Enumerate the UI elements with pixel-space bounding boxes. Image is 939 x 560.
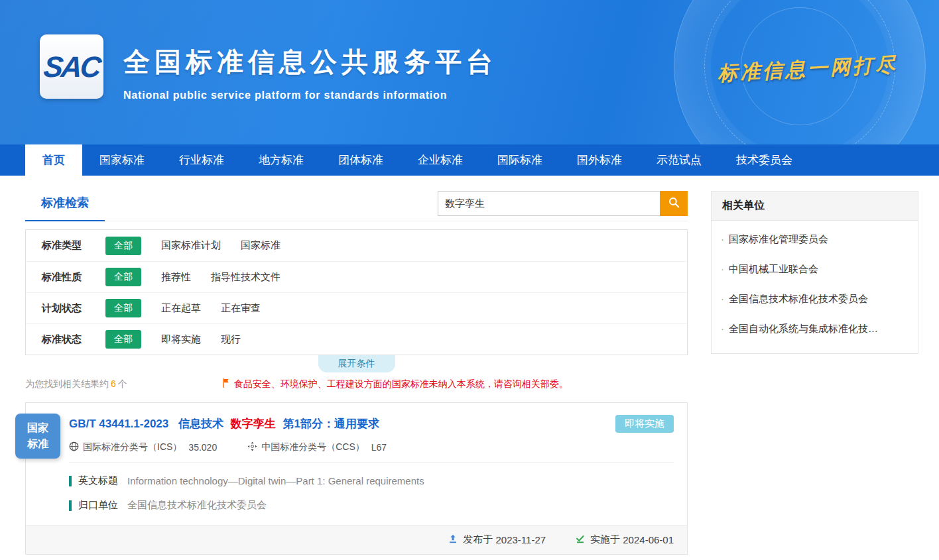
ccs-value: L67 <box>371 442 387 453</box>
dept-value: 全国信息技术标准化技术委员会 <box>127 499 267 512</box>
search-input[interactable] <box>438 191 660 216</box>
filter-label: 标准状态 <box>42 333 105 346</box>
bullet-icon: · <box>721 233 724 245</box>
standard-code: GB/T 43441.1-2023 <box>69 418 168 430</box>
filter-row-plan-status: 计划状态 全部 正在起草 正在审查 <box>26 292 687 323</box>
filter-option[interactable]: 即将实施 <box>161 333 201 346</box>
related-unit-label: 全国自动化系统与集成标准化技… <box>729 323 878 334</box>
nav-item-local-standards[interactable]: 地方标准 <box>241 144 321 176</box>
related-unit-item[interactable]: ·全国自动化系统与集成标准化技… <box>721 314 908 344</box>
site-title-block: 全国标准信息公共服务平台 National public service pla… <box>123 44 497 101</box>
dept-row: 归口单位 全国信息技术标准化技术委员会 <box>69 499 674 512</box>
standard-result-card: 国家标准 即将实施 GB/T 43441.1-2023 信息技术 数字孪生 第1… <box>25 402 688 555</box>
filter-option[interactable]: 指导性技术文件 <box>211 271 281 284</box>
nav-item-industry-standards[interactable]: 行业标准 <box>162 144 241 176</box>
search-button[interactable] <box>660 191 688 216</box>
main-column: 标准检索 标准类型 全部 国家标准计划 国家标准 标准性质 全部 <box>25 191 688 555</box>
ccs-label: 中国标准分类号（CCS） <box>261 441 365 453</box>
filter-all-button[interactable]: 全部 <box>105 237 141 255</box>
nav-item-pilot[interactable]: 示范试点 <box>639 144 719 176</box>
publish-icon <box>448 533 463 546</box>
card-body: GB/T 43441.1-2023 信息技术 数字孪生 第1部分：通用要求 国际… <box>26 403 687 525</box>
publish-label: 发布于 <box>463 533 493 546</box>
english-title-row: 英文标题 Information technology—Digital twin… <box>69 475 674 487</box>
site-subtitle: National public service platform for sta… <box>123 89 497 101</box>
filter-box: 标准类型 全部 国家标准计划 国家标准 标准性质 全部 推荐性 指导性技术文件 … <box>25 229 688 355</box>
filter-label: 标准性质 <box>42 271 105 284</box>
standard-title-link[interactable]: GB/T 43441.1-2023 信息技术 数字孪生 第1部分：通用要求 <box>69 416 674 431</box>
site-title: 全国标准信息公共服务平台 <box>123 44 497 80</box>
filter-option[interactable]: 国家标准计划 <box>161 239 221 252</box>
main-nav: 首页 国家标准 行业标准 地方标准 团体标准 企业标准 国际标准 国外标准 示范… <box>0 144 939 176</box>
standard-title-part1: 信息技术 <box>178 418 223 430</box>
related-units-list: ·国家标准化管理委员会 ·中国机械工业联合会 ·全国信息技术标准化技术委员会 ·… <box>712 221 918 353</box>
nav-item-group-standards[interactable]: 团体标准 <box>321 144 401 176</box>
nav-item-home[interactable]: 首页 <box>25 144 82 176</box>
publish-date-item: 发布于 2023-11-27 <box>448 533 546 546</box>
card-divider <box>69 462 674 463</box>
related-units-title: 相关单位 <box>712 192 918 221</box>
page-content: 标准检索 标准类型 全部 国家标准计划 国家标准 标准性质 全部 <box>0 176 939 555</box>
ccs-item: 中国标准分类号（CCS） L67 <box>247 441 387 453</box>
related-unit-item[interactable]: ·国家标准化管理委员会 <box>721 225 908 254</box>
related-unit-item[interactable]: ·中国机械工业联合会 <box>721 254 908 284</box>
ics-item: 国际标准分类号（ICS） 35.020 <box>69 441 217 453</box>
ics-label: 国际标准分类号（ICS） <box>83 441 182 453</box>
ics-value: 35.020 <box>188 442 217 453</box>
filter-all-button[interactable]: 全部 <box>105 330 141 349</box>
search-box <box>438 191 688 216</box>
filter-all-button[interactable]: 全部 <box>105 268 141 286</box>
filter-option[interactable]: 国家标准 <box>241 239 281 252</box>
nav-item-national-standards[interactable]: 国家标准 <box>82 144 162 176</box>
results-summary-suffix: 个 <box>118 378 127 389</box>
results-summary: 为您找到相关结果约6个 <box>25 378 127 390</box>
nav-item-foreign-standards[interactable]: 国外标准 <box>560 144 639 176</box>
nav-item-enterprise-standards[interactable]: 企业标准 <box>401 144 480 176</box>
dept-label: 归口单位 <box>78 499 118 512</box>
classification-row: 国际标准分类号（ICS） 35.020 中国标准分类号（CCS） L67 <box>69 441 674 453</box>
nav-item-technical-committee[interactable]: 技术委员会 <box>719 144 810 176</box>
filter-label: 标准类型 <box>42 239 105 252</box>
related-unit-label: 中国机械工业联合会 <box>729 263 818 274</box>
filter-row-standard-nature: 标准性质 全部 推荐性 指导性技术文件 <box>26 261 687 292</box>
bullet-icon: · <box>721 263 724 274</box>
standard-title-part2: 第1部分：通用要求 <box>282 418 379 430</box>
filter-all-button[interactable]: 全部 <box>105 299 141 317</box>
notice-text: 食品安全、环境保护、工程建设方面的国家标准未纳入本系统，请咨询相关部委。 <box>234 378 568 390</box>
search-section-header: 标准检索 <box>25 191 688 221</box>
section-title-standard-search: 标准检索 <box>25 192 105 221</box>
site-header: SAC 全国标准信息公共服务平台 National public service… <box>0 0 939 144</box>
bullet-icon: · <box>721 293 724 304</box>
results-summary-prefix: 为您找到相关结果约 <box>25 378 109 389</box>
results-summary-line: 为您找到相关结果约6个 食品安全、环境保护、工程建设方面的国家标准未纳入本系统，… <box>25 378 688 390</box>
related-unit-item[interactable]: ·全国信息技术标准化技术委员会 <box>721 284 908 314</box>
bullet-icon: · <box>721 323 724 334</box>
status-badge: 即将实施 <box>615 415 674 433</box>
teal-bar-decoration <box>69 500 72 511</box>
nav-item-international-standards[interactable]: 国际标准 <box>480 144 560 176</box>
expand-conditions-button[interactable]: 展开条件 <box>318 355 395 372</box>
sac-logo: SAC <box>40 34 103 99</box>
filter-option[interactable]: 推荐性 <box>161 271 191 284</box>
filter-option[interactable]: 正在起草 <box>161 302 201 315</box>
related-unit-label: 国家标准化管理委员会 <box>729 233 828 245</box>
filter-option[interactable]: 现行 <box>221 333 241 346</box>
sac-logo-text: SAC <box>42 50 101 84</box>
filter-option[interactable]: 正在审查 <box>221 302 261 315</box>
filter-row-standard-status: 标准状态 全部 即将实施 现行 <box>26 323 687 355</box>
standard-type-badge-text: 国家标准 <box>26 420 50 452</box>
related-unit-label: 全国信息技术标准化技术委员会 <box>729 293 868 304</box>
search-icon <box>668 196 680 211</box>
filter-row-standard-type: 标准类型 全部 国家标准计划 国家标准 <box>26 230 687 261</box>
related-units-panel: 相关单位 ·国家标准化管理委员会 ·中国机械工业联合会 ·全国信息技术标准化技术… <box>711 191 918 354</box>
standard-title-highlight: 数字孪生 <box>231 418 276 430</box>
teal-bar-decoration <box>69 476 72 486</box>
implement-check-icon <box>575 533 590 546</box>
globe-icon <box>69 441 83 453</box>
english-title-label: 英文标题 <box>78 475 118 487</box>
standard-type-badge: 国家标准 <box>15 414 60 459</box>
filter-label: 计划状态 <box>42 302 105 315</box>
implement-date: 2024-06-01 <box>623 534 674 545</box>
results-count: 6 <box>111 378 116 389</box>
card-footer: 发布于 2023-11-27 实施于 2024-06-01 <box>26 525 687 554</box>
